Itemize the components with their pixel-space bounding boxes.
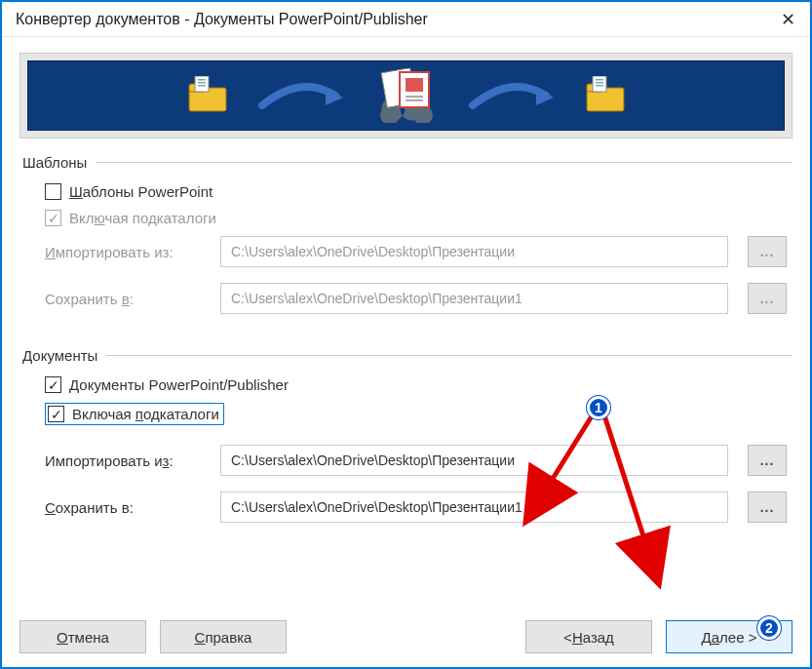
templates-import-input	[220, 236, 728, 267]
templates-save-browse-button: ...	[748, 283, 787, 314]
templates-legend-row: Шаблоны	[19, 154, 793, 171]
svg-rect-15	[593, 76, 606, 92]
window-title: Конвертер документов - Документы PowerPo…	[16, 11, 428, 28]
dialog-window: Конвертер документов - Документы PowerPo…	[0, 0, 812, 669]
templates-subfolders-checkbox	[45, 210, 61, 226]
documents-group: Документы Документы PowerPoint/Publisher…	[19, 347, 793, 546]
svg-rect-12	[406, 99, 423, 101]
svg-rect-4	[198, 82, 206, 84]
close-button[interactable]: ✕	[765, 2, 810, 37]
documents-powerpoint-checkbox[interactable]	[45, 376, 61, 393]
documents-legend: Документы	[19, 347, 100, 364]
documents-import-label: Импортировать из:	[45, 453, 220, 469]
svg-rect-18	[596, 85, 603, 87]
divider	[96, 162, 793, 163]
divider	[106, 355, 793, 356]
folder-source-icon	[185, 76, 230, 115]
conversion-center-icon	[372, 68, 441, 123]
templates-powerpoint-label: Шаблоны PowerPoint	[69, 183, 213, 200]
titlebar: Конвертер документов - Документы PowerPo…	[2, 2, 810, 37]
templates-group: Шаблоны Шаблоны PowerPoint Включая подка…	[19, 154, 793, 337]
documents-save-label: Сохранить в:	[45, 499, 220, 516]
templates-save-input	[220, 283, 728, 314]
ellipsis-icon: ...	[760, 453, 775, 468]
back-button[interactable]: < Назад	[525, 620, 652, 653]
documents-save-input[interactable]	[220, 492, 728, 523]
templates-import-browse-button: ...	[748, 236, 787, 267]
arrow-right-icon	[257, 78, 345, 113]
documents-subfolders-checkbox[interactable]	[48, 406, 64, 422]
documents-subfolders-focus-box: Включая подкаталоги	[45, 403, 224, 425]
documents-save-browse-button[interactable]: ...	[748, 492, 787, 523]
templates-legend: Шаблоны	[19, 154, 90, 171]
banner	[19, 53, 793, 138]
svg-rect-2	[195, 76, 209, 92]
content-area: Шаблоны Шаблоны PowerPoint Включая подка…	[2, 37, 810, 667]
documents-legend-row: Документы	[19, 347, 793, 364]
documents-import-browse-button[interactable]: ...	[748, 445, 787, 476]
banner-inner	[27, 60, 785, 131]
folder-target-icon	[583, 76, 628, 115]
ellipsis-icon: ...	[760, 291, 775, 306]
svg-rect-16	[596, 79, 603, 81]
templates-subfolders-label: Включая подкаталоги	[69, 210, 216, 226]
ellipsis-icon: ...	[760, 499, 775, 515]
documents-powerpoint-label: Документы PowerPoint/Publisher	[69, 376, 289, 393]
templates-powerpoint-checkbox[interactable]	[45, 183, 61, 200]
templates-save-label: Сохранить в:	[45, 291, 220, 307]
documents-subfolders-label: Включая подкаталоги	[72, 406, 219, 422]
cancel-button[interactable]: Отмена	[19, 620, 146, 653]
buttons-row: Отмена Справка < Назад Далее >	[19, 610, 793, 653]
ellipsis-icon: ...	[760, 244, 775, 259]
next-button[interactable]: Далее >	[666, 620, 793, 653]
svg-rect-5	[198, 85, 206, 87]
documents-import-input[interactable]	[220, 445, 728, 476]
templates-import-label: Импортировать из:	[45, 244, 220, 260]
svg-rect-3	[198, 79, 206, 81]
help-button[interactable]: Справка	[160, 620, 287, 653]
svg-rect-17	[596, 82, 603, 84]
arrow-right-icon	[468, 78, 556, 113]
svg-rect-10	[406, 78, 423, 92]
svg-rect-11	[406, 96, 423, 98]
close-icon: ✕	[781, 9, 795, 30]
